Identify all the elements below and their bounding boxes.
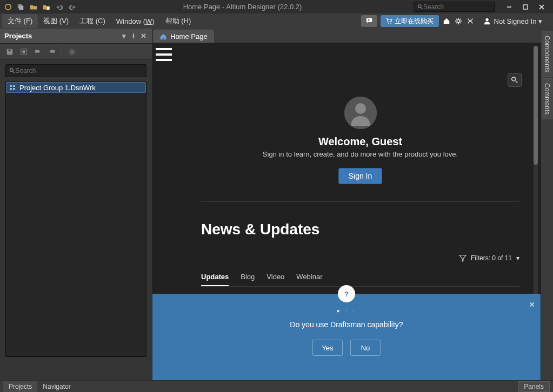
vcs2-icon[interactable] [48,48,56,56]
search-icon [417,4,423,10]
right-rail: Components Comments [541,29,553,380]
user-icon [483,17,491,25]
project-group-label: Project Group 1.DsnWrk [19,84,96,92]
status-bar: Projects Navigator Panels [0,380,553,392]
survey-badge-icon: ? [338,285,355,302]
svg-rect-25 [13,85,15,87]
svg-rect-3 [47,7,49,10]
close-button[interactable] [534,1,550,13]
menu-project[interactable]: 工程 (C) [74,14,111,28]
menu-toggle-button[interactable] [156,48,172,61]
settings-icon[interactable] [454,17,463,25]
minimize-button[interactable] [501,1,517,13]
projects-panel: Projects ▾ ✕ Project Group 1.DsnWrk [0,29,152,380]
app-logo-icon [3,2,13,12]
search-icon [511,76,518,84]
redo-icon[interactable] [67,2,78,12]
components-tab[interactable]: Components [542,31,552,77]
status-tab-navigator[interactable]: Navigator [37,381,76,392]
tab-home-page[interactable]: Home Page [154,30,214,43]
account-menu[interactable]: Not Signed In ▾ [478,15,548,28]
undo-icon[interactable] [54,2,65,12]
news-filters[interactable]: Filters: 0 of 11 ▾ [201,254,519,262]
svg-point-22 [10,69,13,72]
survey-banner: ? ✕ ● · · Do you use Draftsman capabilit… [152,294,541,380]
tab-blog[interactable]: Blog [241,273,255,286]
panel-close-icon[interactable]: ✕ [139,32,148,40]
svg-rect-2 [19,5,23,10]
home-icon [159,33,167,40]
survey-progress-dots: ● · · [152,308,541,314]
menu-window[interactable]: Window (W) [111,15,160,28]
svg-rect-26 [10,88,12,90]
menu-bar: 文件 (F) 视图 (V) 工程 (C) Window (W) 帮助 (H) 立… [0,13,553,29]
svg-rect-20 [22,50,25,53]
svg-point-31 [355,103,366,114]
comments-tab[interactable]: Comments [542,78,552,119]
survey-close-button[interactable]: ✕ [529,300,535,309]
search-icon [9,67,15,74]
status-tab-projects[interactable]: Projects [3,381,37,392]
home-icon[interactable] [442,17,451,25]
scrollbar[interactable] [534,46,538,294]
welcome-subtitle: Sign in to learn, create, and do more wi… [201,150,519,158]
workspace-icon [9,84,16,91]
svg-point-16 [485,18,488,21]
projects-tree[interactable]: Project Group 1.DsnWrk [5,82,146,357]
menu-view[interactable]: 视图 (V) [38,14,74,28]
tab-updates[interactable]: Updates [201,273,229,286]
title-bar: Home Page - Altium Designer (22.0.2) [0,0,553,13]
guest-avatar [344,97,377,129]
svg-point-13 [388,23,389,24]
global-search[interactable] [414,2,495,12]
sign-in-button[interactable]: Sign In [338,168,383,184]
center-pane: Home Page Welcome, Guest Sign in to lear… [152,29,541,380]
open-folder-icon[interactable] [28,2,39,12]
svg-rect-18 [8,49,10,51]
svg-point-28 [512,77,516,81]
open-document-icon[interactable] [41,2,52,12]
window-title: Home Page - Altium Designer (22.0.2) [78,3,407,11]
save-all-icon[interactable] [15,2,26,12]
content-search-button[interactable] [508,73,522,87]
projects-search[interactable] [5,64,146,77]
welcome-title: Welcome, Guest [201,136,519,148]
survey-question: Do you use Draftsman capability? [152,320,541,329]
panels-button[interactable]: Panels [518,381,550,392]
svg-line-5 [421,8,423,9]
global-search-input[interactable] [423,3,491,11]
menu-help[interactable]: 帮助 (H) [160,14,197,28]
svg-point-14 [390,23,391,24]
maximize-button[interactable] [517,1,534,13]
projects-search-input[interactable] [15,67,143,75]
project-group-row[interactable]: Project Group 1.DsnWrk [6,82,146,93]
extensions-icon[interactable] [466,17,475,25]
svg-rect-24 [10,85,12,87]
compile-icon[interactable] [19,48,28,56]
save-icon[interactable] [5,48,14,56]
feedback-button[interactable] [361,15,377,27]
panel-pin-icon[interactable] [129,32,138,40]
home-page-content: Welcome, Guest Sign in to learn, create,… [152,43,541,380]
svg-point-15 [457,19,459,22]
speech-bubble-icon [365,17,373,25]
svg-line-29 [516,81,518,83]
projects-panel-title: Projects [4,32,32,40]
filter-icon [459,254,467,262]
survey-no-button[interactable]: No [350,340,381,356]
menu-file[interactable]: 文件 (F) [2,14,38,28]
svg-point-21 [71,50,73,52]
tab-video[interactable]: Video [266,273,284,286]
gear-icon[interactable] [68,48,76,56]
svg-line-23 [13,71,15,73]
projects-toolbar [0,44,152,60]
svg-point-4 [418,4,421,8]
svg-rect-7 [523,5,528,9]
panel-dropdown-icon[interactable]: ▾ [119,32,128,40]
cart-icon [386,18,392,24]
tab-webinar[interactable]: Webinar [296,273,322,286]
news-heading: News & Updates [201,221,519,238]
vcs-icon[interactable] [34,48,42,56]
survey-yes-button[interactable]: Yes [312,340,343,356]
buy-now-button[interactable]: 立即在线购买 [381,15,439,27]
